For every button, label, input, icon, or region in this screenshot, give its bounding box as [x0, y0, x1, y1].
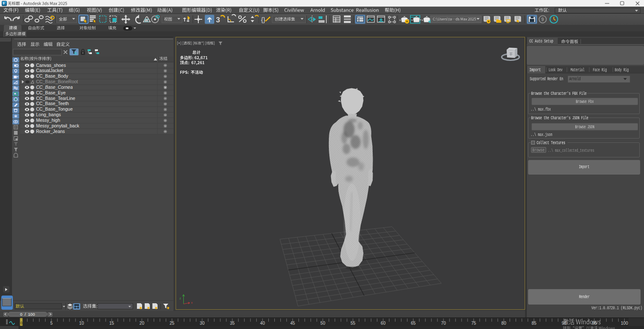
- svg-text:60: 60: [381, 321, 386, 326]
- svg-text:95: 95: [592, 321, 597, 326]
- svg-text:40: 40: [260, 321, 265, 326]
- svg-text:10: 10: [79, 321, 84, 326]
- svg-text:70: 70: [441, 321, 446, 326]
- svg-text:25: 25: [170, 321, 175, 326]
- svg-text:9: 9: [541, 17, 544, 22]
- svg-text:45: 45: [290, 321, 295, 326]
- svg-text:85: 85: [532, 321, 537, 326]
- svg-text:5: 5: [50, 321, 53, 326]
- svg-text:0: 0: [21, 321, 23, 325]
- svg-text:15: 15: [109, 321, 115, 326]
- svg-text:100: 100: [621, 321, 628, 326]
- svg-text:35: 35: [230, 321, 235, 326]
- svg-text:65: 65: [411, 321, 416, 326]
- svg-text:3: 3: [216, 16, 220, 24]
- svg-text:90: 90: [562, 321, 567, 326]
- svg-text:20: 20: [140, 321, 145, 326]
- svg-text:80: 80: [501, 321, 507, 326]
- svg-text:z: z: [179, 297, 181, 300]
- svg-text:50: 50: [320, 321, 325, 326]
- svg-text:75: 75: [471, 321, 477, 326]
- svg-text:x: x: [191, 301, 193, 304]
- svg-text:{}: {}: [261, 16, 265, 23]
- svg-text:55: 55: [351, 321, 356, 326]
- svg-text:30: 30: [200, 321, 205, 326]
